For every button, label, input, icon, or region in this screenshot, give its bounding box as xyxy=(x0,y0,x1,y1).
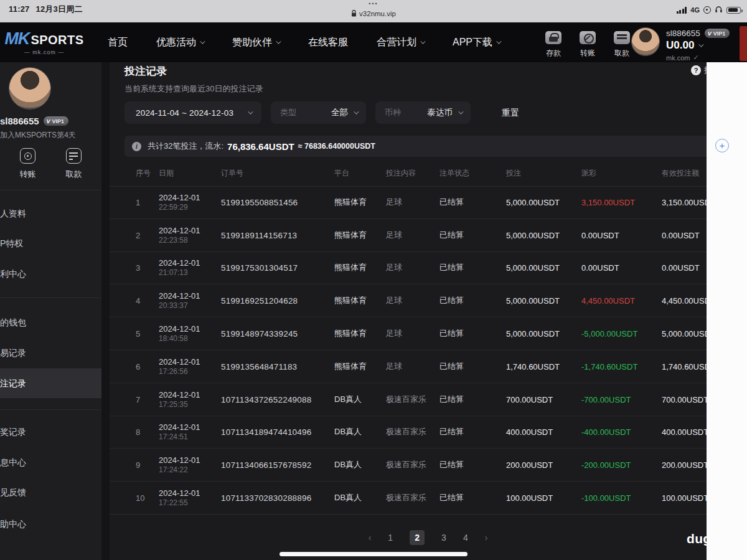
sidebar-item-7[interactable]: 奖记录 xyxy=(0,417,101,447)
row-time: 20:33:37 xyxy=(159,301,200,310)
nav-item-label: 合营计划 xyxy=(377,36,416,49)
lock-icon xyxy=(351,10,357,18)
nav-item-3[interactable]: 赞助伙伴 xyxy=(218,36,294,49)
chevron-down-icon xyxy=(354,109,359,114)
sidebar-item-6[interactable]: 注记录 xyxy=(0,368,101,398)
chevron-down-icon xyxy=(248,109,253,114)
sidebar-vip-badge: VVIP1 xyxy=(44,116,69,126)
nav-item-2[interactable]: 优惠活动 xyxy=(142,36,218,49)
reset-button[interactable]: 重置 xyxy=(502,101,519,124)
row-bet-content: 足球 xyxy=(386,197,402,208)
nav-item-5[interactable]: 合营计划 xyxy=(362,36,438,49)
row-status: 已结算 xyxy=(439,459,464,470)
quick-action-deposit[interactable]: 存款 xyxy=(543,31,564,58)
row-date: 2024-12-01 xyxy=(159,324,200,334)
user-site-label: mk.com xyxy=(666,54,690,62)
type-select[interactable]: 类型 全部 xyxy=(271,101,366,124)
row-bet-content: 足球 xyxy=(386,262,402,273)
user-menu[interactable]: sl886655 VVIP1 U0.00 mk.com ✓ xyxy=(631,27,730,62)
row-bet-amount: 1,740.60USDT xyxy=(506,362,560,371)
header-quick-actions: 存款转账取款 xyxy=(543,31,632,58)
sidebar-item-4[interactable]: 的钱包 xyxy=(0,307,101,337)
pager-page-2[interactable]: 2 xyxy=(410,530,425,545)
check-icon: ✓ xyxy=(693,54,699,62)
table-row: 52024-12-0118:40:585199148974339245熊猫体育足… xyxy=(110,317,707,350)
transfer-icon xyxy=(20,148,35,164)
quick-action-withdraw[interactable]: 取款 xyxy=(611,31,632,58)
date-range-picker[interactable]: 2024-11-04 ~ 2024-12-03 xyxy=(125,101,261,124)
sidebar-item-10[interactable]: 助中心 xyxy=(0,509,101,539)
column-header-4: 平台 xyxy=(334,168,349,179)
row-bet-amount: 5,000.00USDT xyxy=(506,263,560,273)
row-date: 2024-12-01 xyxy=(159,291,200,301)
sidebar-item-5[interactable]: 易记录 xyxy=(0,338,101,368)
nav-item-4[interactable]: 在线客服 xyxy=(294,36,362,49)
currency-label: 币种 xyxy=(385,107,401,118)
mk-sports-logo[interactable]: MK SPORTS — mk.com — xyxy=(7,29,81,55)
sidebar-item-3[interactable]: 利中心 xyxy=(0,259,101,289)
table-row: 42024-12-0120:33:375199169251204628熊猫体育足… xyxy=(110,284,707,317)
row-valid-bet: 1,740.60USDT xyxy=(662,362,707,371)
sidebar-item-8[interactable]: 息中心 xyxy=(0,447,101,477)
page-subtitle: 当前系统支持查询最近30日的投注记录 xyxy=(125,83,263,95)
column-header-2: 日期 xyxy=(159,168,174,179)
row-index: 3 xyxy=(136,263,140,273)
row-valid-bet: 5,000.00USDT xyxy=(662,329,707,338)
summary-prefix: 共计32笔投注，流水: xyxy=(148,141,223,152)
pager-page-3[interactable]: 3 xyxy=(441,533,446,543)
home-indicator[interactable] xyxy=(280,552,467,556)
row-valid-bet: 100.00USDT xyxy=(662,493,707,503)
sidebar-action-withdraw[interactable]: 取款 xyxy=(59,148,89,180)
row-platform: DB真人 xyxy=(334,492,362,503)
balance-dropdown[interactable]: U0.00 xyxy=(666,39,730,52)
nav-item-label: 在线客服 xyxy=(308,36,348,49)
divider xyxy=(0,297,101,298)
vip-badge: VVIP1 xyxy=(705,29,730,38)
row-time: 22:23:58 xyxy=(159,236,200,245)
column-header-5: 投注内容 xyxy=(386,168,416,179)
table-row: 62024-12-0117:26:565199135648471183熊猫体育足… xyxy=(110,350,707,383)
row-platform: 熊猫体育 xyxy=(334,230,367,241)
sidebar-item-2[interactable]: P特权 xyxy=(0,228,101,258)
row-payout: 0.00USDT xyxy=(581,230,619,240)
currency-select[interactable]: 币种 泰达币 xyxy=(375,101,471,124)
row-time: 22:59:29 xyxy=(159,203,200,212)
main-content: 投注记录 ? 投 当前系统支持查询最近30日的投注记录 2024-11-04 ~… xyxy=(110,62,707,560)
row-datetime: 2024-12-0117:25:35 xyxy=(159,390,200,409)
row-order-number: 5199148974339245 xyxy=(221,329,298,338)
row-bet-content: 足球 xyxy=(386,230,402,241)
nav-item-6[interactable]: APP下载 xyxy=(438,36,514,49)
quick-action-label: 存款 xyxy=(546,48,561,58)
nav-item-1[interactable]: 首页 xyxy=(93,36,142,49)
table-row: 92024-12-0117:24:221071134066157678592DB… xyxy=(110,449,707,482)
divider xyxy=(0,190,101,190)
row-date: 2024-12-01 xyxy=(159,390,200,399)
row-date: 2024-12-01 xyxy=(159,488,200,498)
nav-item-label: 优惠活动 xyxy=(156,36,196,49)
url-text: v32nmu.vip xyxy=(359,10,396,17)
sidebar-avatar[interactable] xyxy=(9,67,51,110)
sidebar-action-transfer[interactable]: 转账 xyxy=(13,148,43,180)
row-bet-amount: 100.00USDT xyxy=(506,493,553,503)
table-row: 12024-12-0122:59:295199195508851456熊猫体育足… xyxy=(110,186,707,219)
sidebar-item-9[interactable]: 见反馈 xyxy=(0,477,101,507)
pager-page-1[interactable]: 1 xyxy=(388,533,393,543)
betting-rules-help[interactable]: ? 投 xyxy=(691,65,707,76)
pager-prev[interactable]: ‹ xyxy=(369,533,372,543)
add-floating-icon[interactable]: + xyxy=(715,139,729,152)
balance-value: U0.00 xyxy=(666,39,694,52)
pager-page-4[interactable]: 4 xyxy=(463,533,468,543)
sidebar-item-1[interactable]: 人资料 xyxy=(0,198,101,228)
row-datetime: 2024-12-0122:23:58 xyxy=(159,226,200,245)
avatar[interactable] xyxy=(631,27,660,56)
chevron-down-icon xyxy=(458,109,463,114)
row-platform: 熊猫体育 xyxy=(334,295,367,306)
row-status: 已结算 xyxy=(439,426,464,437)
pager-next[interactable]: › xyxy=(485,533,488,543)
edge-red-widget[interactable] xyxy=(740,26,747,61)
address-bar[interactable]: v32nmu.vip xyxy=(0,10,747,18)
quick-action-transfer[interactable]: 转账 xyxy=(577,31,598,58)
site-header: MK SPORTS — mk.com — 首页优惠活动赞助伙伴在线客服合营计划A… xyxy=(0,22,747,62)
chevron-down-icon xyxy=(420,39,425,44)
row-bet-amount: 5,000.00USDT xyxy=(506,329,560,338)
